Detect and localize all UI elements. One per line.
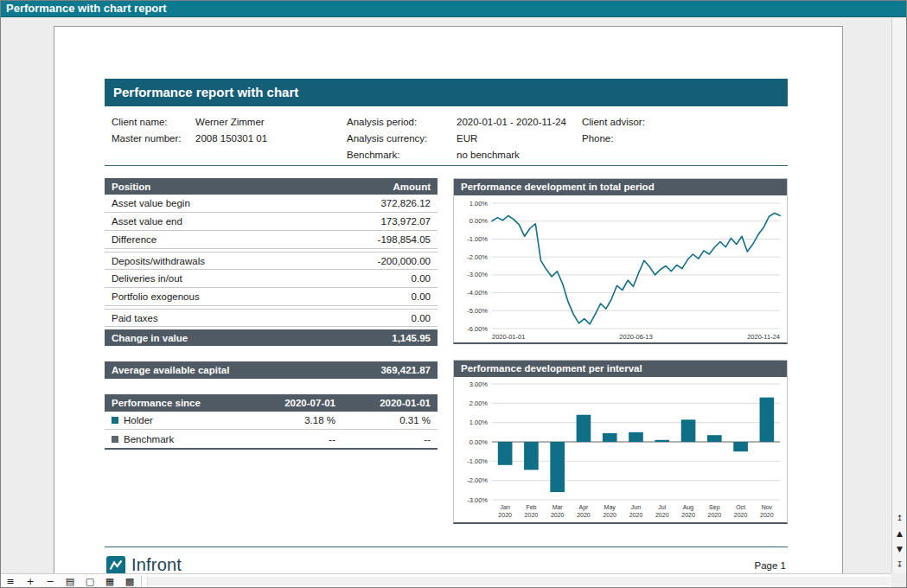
interval-chart-panel: Performance development per interval 3.0…	[453, 360, 788, 524]
total-period-chart-panel: Performance development in total period …	[453, 178, 788, 344]
field-value: EUR	[457, 133, 477, 144]
svg-text:2020-11-24: 2020-11-24	[747, 333, 780, 341]
zoom-in-icon[interactable]: +	[24, 575, 36, 588]
performance-row: Benchmark----	[105, 430, 438, 448]
position-row-label: Asset value begin	[112, 198, 190, 208]
position-row: Paid taxes0.00	[105, 309, 438, 327]
right-column: Performance development in total period …	[453, 178, 788, 524]
svg-text:Nov: Nov	[762, 504, 773, 510]
svg-text:2020: 2020	[655, 512, 669, 518]
client-info-column: Client name:Werner ZimmerMaster number:2…	[112, 113, 347, 163]
scroll-bottom-icon[interactable]: ↧	[893, 559, 907, 571]
grid-large-icon[interactable]: ▩	[124, 575, 136, 588]
document-workspace[interactable]: Performance report with chart Client nam…	[1, 18, 891, 573]
svg-text:0.00%: 0.00%	[469, 438, 489, 446]
performance-value-2: 0.31 %	[335, 415, 431, 425]
client-info-row: Client name:Werner Zimmer	[112, 113, 347, 130]
performance-row: Holder3.18 %0.31 %	[105, 412, 438, 430]
svg-text:Aug: Aug	[683, 504, 694, 511]
field-label: Analysis currency:	[347, 133, 457, 144]
grid-small-icon[interactable]: ▦	[104, 575, 116, 588]
position-row: Deposits/withdrawals-200,000.00	[105, 252, 438, 270]
total-amount: 1,145.95	[392, 333, 431, 343]
performance-value-1: 3.18 %	[239, 415, 335, 425]
position-row-amount: 0.00	[412, 313, 431, 323]
svg-text:2020: 2020	[629, 512, 643, 518]
position-row-label: Paid taxes	[112, 313, 158, 323]
position-row: Difference-198,854.05	[105, 231, 438, 249]
svg-text:2020: 2020	[551, 512, 565, 518]
position-header-label: Position	[112, 182, 150, 192]
position-row: Asset value begin372,826.12	[105, 195, 438, 213]
position-row-amount: 0.00	[412, 291, 431, 302]
svg-text:2020-06-13: 2020-06-13	[619, 333, 652, 341]
field-label: Analysis period:	[347, 117, 457, 127]
client-info-column: Analysis period:2020-01-01 - 2020-11-24A…	[347, 113, 582, 163]
series-swatch-icon	[112, 417, 118, 424]
field-label: Master number:	[112, 133, 195, 144]
field-value: 2008 150301 01	[195, 133, 267, 144]
average-capital-value: 369,421.87	[380, 365, 431, 375]
svg-text:Jan: Jan	[500, 504, 509, 510]
svg-text:-3.00%: -3.00%	[467, 271, 488, 278]
page-number: Page 1	[755, 560, 786, 571]
field-label: Benchmark:	[347, 150, 457, 160]
svg-text:Jul: Jul	[658, 504, 666, 510]
client-info-row: Analysis period:2020-01-01 - 2020-11-24	[347, 113, 582, 130]
performance-value-2: --	[335, 434, 431, 444]
interval-bar-chart: 3.00%2.00%1.00%0.00%-1.00%-2.00%-3.00%Ja…	[454, 377, 787, 522]
scroll-top-icon[interactable]: ↥	[893, 513, 907, 524]
series-swatch-icon	[112, 436, 118, 443]
field-label: Client advisor:	[582, 117, 664, 127]
position-row-label: Deposits/withdrawals	[112, 256, 205, 266]
horizontal-scrollbar[interactable]	[147, 577, 890, 585]
single-page-icon[interactable]: ▢	[84, 575, 96, 588]
position-row: Portfolio exogenous0.00	[105, 288, 438, 306]
svg-text:-6.00%: -6.00%	[467, 325, 488, 333]
field-label: Phone:	[582, 133, 664, 144]
left-column: Position Amount Asset value begin372,826…	[105, 178, 438, 524]
scroll-down-icon[interactable]: ▼	[893, 544, 907, 555]
total-label: Change in value	[112, 333, 188, 343]
svg-text:2020: 2020	[525, 512, 539, 518]
field-label: Client name:	[112, 117, 195, 127]
svg-text:2020: 2020	[760, 512, 774, 518]
total-period-line-chart: 1.00%0.00%-1.00%-2.00%-3.00%-4.00%-5.00%…	[454, 195, 787, 342]
client-info-row: Benchmark:no benchmark	[347, 146, 582, 163]
client-info-row: Client advisor:	[582, 113, 664, 130]
menu-icon[interactable]: ≡	[4, 575, 16, 588]
client-info-row: Phone:	[582, 130, 664, 146]
average-capital-label: Average available capital	[112, 365, 229, 375]
bottom-toolbar: ≡+−▤▢▦▩	[0, 573, 891, 588]
performance-row-label: Holder	[124, 415, 239, 425]
performance-column-1: 2020-07-01	[239, 398, 335, 408]
svg-text:2020: 2020	[498, 512, 512, 518]
performance-table-body: Holder3.18 %0.31 %Benchmark----	[105, 412, 438, 448]
scroll-up-icon[interactable]: ▲	[893, 528, 907, 540]
window-titlebar: Performance with chart report	[0, 0, 907, 17]
infront-brand: Infront	[106, 555, 182, 573]
position-group: Asset value begin372,826.12Asset value e…	[105, 195, 438, 249]
zoom-out-icon[interactable]: −	[44, 575, 56, 588]
field-value: Werner Zimmer	[195, 117, 265, 127]
svg-text:Sep: Sep	[709, 504, 720, 511]
svg-text:2020: 2020	[603, 512, 616, 518]
report-footer: Infront Page 1	[105, 546, 788, 573]
performance-column-2: 2020-01-01	[335, 398, 431, 408]
window-title: Performance with chart report	[6, 2, 167, 15]
position-table: Position Amount Asset value begin372,826…	[105, 178, 438, 346]
total-period-chart-title: Performance development in total period	[454, 179, 787, 195]
report-viewer-window: Performance with chart report Performanc…	[0, 0, 907, 588]
svg-text:-1.00%: -1.00%	[467, 457, 488, 465]
page-layout-icon[interactable]: ▤	[64, 575, 76, 588]
svg-text:1.00%: 1.00%	[469, 200, 489, 208]
svg-text:-2.00%: -2.00%	[467, 476, 488, 484]
svg-text:Mar: Mar	[553, 504, 564, 510]
position-row-amount: 372,826.12	[380, 198, 431, 208]
report-banner: Performance report with chart	[105, 79, 788, 106]
interval-chart-title: Performance development per interval	[454, 361, 787, 377]
svg-text:Feb: Feb	[526, 504, 536, 510]
svg-text:2020-01-01: 2020-01-01	[492, 333, 525, 341]
vertical-scrollbar[interactable]: ↥▲▼↧	[891, 18, 907, 573]
change-in-value-row: Change in value 1,145.95	[105, 329, 438, 346]
